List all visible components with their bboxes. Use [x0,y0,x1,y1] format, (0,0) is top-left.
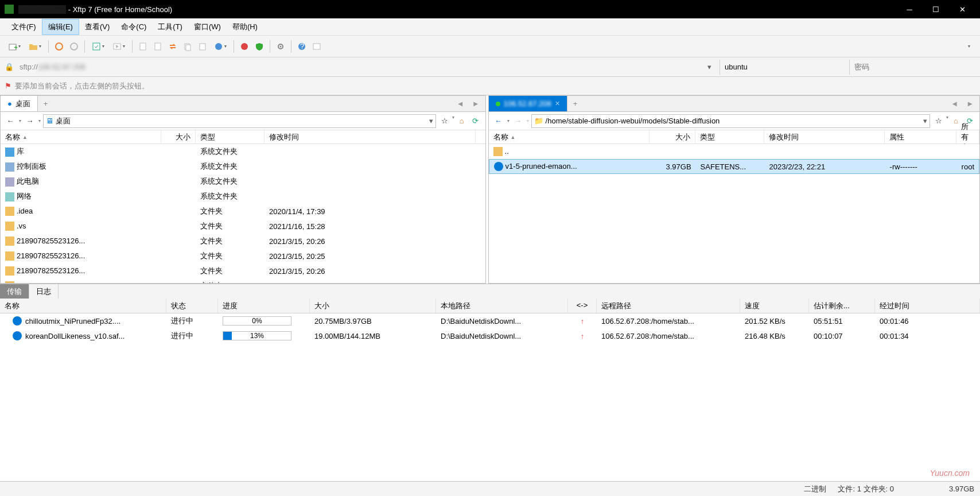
tcol-remote[interactable]: 远程路径 [597,299,740,313]
tcol-progress[interactable]: 进度 [218,299,310,313]
menu-edit[interactable]: 编辑(E) [42,19,79,35]
col-name[interactable]: 名称▲ [489,130,650,144]
toolbar: +▾ ▾ ▾ ▾ ▾ ? ▾ [0,36,980,57]
list-item[interactable]: 218907825523126... 文件夹 2021/3/15, 20:26 [1,264,485,278]
password-field[interactable] [849,60,975,75]
paste-icon[interactable] [196,40,209,53]
new-folder-icon[interactable] [151,40,165,53]
svg-text:+: + [14,43,17,51]
star-icon[interactable]: ☆ [932,115,945,127]
red-circle-icon[interactable] [238,40,251,53]
local-add-tab[interactable]: + [38,99,54,108]
local-path[interactable]: 🖥 桌面 ▾ [43,114,436,128]
col-type[interactable]: 类型 [196,130,265,144]
tab-prev[interactable]: ◄ [947,98,962,109]
list-item[interactable]: 此电脑 系统文件夹 [1,174,485,189]
menu-tools[interactable]: 工具(T) [152,20,188,34]
remote-add-tab[interactable]: + [567,99,584,108]
sync-button[interactable]: ▾ [88,40,108,53]
remote-path[interactable]: 📁 /home/stable-diffusion-webui/models/St… [531,114,930,128]
forward-button[interactable]: → [512,115,524,127]
open-button[interactable]: ▾ [25,40,45,53]
parent-dir[interactable]: .. [489,144,979,159]
close-button[interactable]: ✕ [949,0,975,18]
transfer-icon[interactable] [166,40,180,53]
tcol-elapsed[interactable]: 经过时间 [875,299,980,313]
transfer-row[interactable]: koreanDollLikeness_v10.saf... 进行中 13% 19… [0,328,980,343]
transfer-row[interactable]: chilloutmix_NiPrunedFp32.... 进行中 0% 20.7… [0,313,980,328]
tab-next[interactable]: ► [469,98,483,109]
remote-tab[interactable]: 106.52.67.208 ✕ [489,96,567,111]
minimize-button[interactable]: ─ [896,0,923,18]
col-size[interactable]: 大小 [161,130,196,144]
svg-point-2 [56,43,63,50]
address-dropdown[interactable]: ▾ [702,63,716,71]
back-button[interactable]: ← [4,115,17,127]
star-icon[interactable]: ☆ [438,115,451,127]
refresh-icon[interactable]: ⟳ [469,115,482,127]
remote-tabstrip: 106.52.67.208 ✕ + ◄► [489,96,979,112]
tab-log[interactable]: 日志 [29,284,59,299]
new-session-button[interactable]: +▾ [5,40,24,53]
col-size[interactable]: 大小 [650,130,695,144]
remote-file-list[interactable]: ..v1-5-pruned-emaon... 3.97GB SAFETENS..… [489,144,979,283]
list-item[interactable]: 库 系统文件夹 [1,144,485,159]
username-field[interactable] [720,60,846,75]
tcol-size[interactable]: 大小 [310,299,436,313]
list-item[interactable]: 218907825523126... 文件夹 2021/3/15, 20:25 [1,249,485,264]
copy-icon[interactable] [181,40,195,53]
back-button[interactable]: ← [492,115,505,127]
tcol-name[interactable]: 名称 [0,299,166,313]
tab-transfer[interactable]: 传输 [0,284,29,299]
local-tab[interactable]: ● 桌面 [1,96,38,111]
globe-icon[interactable]: ▾ [211,40,230,53]
list-item[interactable]: .vs 文件夹 2021/1/16, 15:28 [1,219,485,234]
transfer-list[interactable]: chilloutmix_NiPrunedFp32.... 进行中 0% 20.7… [0,313,980,481]
tcol-state[interactable]: 状态 [166,299,218,313]
col-name[interactable]: 名称▲ [1,130,161,144]
local-file-list[interactable]: 库 系统文件夹 控制面板 系统文件夹 此电脑 系统文件夹 网络 系统文件夹 .i… [1,144,485,283]
toolbar-overflow[interactable]: ▾ [962,40,975,53]
tcol-local[interactable]: 本地路径 [436,299,568,313]
tcol-dir[interactable]: <-> [568,299,597,313]
col-attr[interactable]: 属性 [885,130,956,144]
local-header: 名称▲ 大小 类型 修改时间 [1,130,485,144]
col-owner[interactable]: 所有者 [956,130,979,144]
tab-prev[interactable]: ◄ [453,98,468,109]
list-item[interactable]: 网络 系统文件夹 [1,189,485,204]
list-item[interactable]: 控制面板 系统文件夹 [1,159,485,174]
menu-command[interactable]: 命令(C) [115,20,152,34]
local-tabstrip: ● 桌面 + ◄► [1,96,485,112]
menu-help[interactable]: 帮助(H) [227,20,263,34]
menu-file[interactable]: 文件(F) [6,20,42,34]
address-url[interactable]: sftp://106.52.67.208 [17,60,699,73]
gear-icon[interactable] [274,40,287,53]
list-item[interactable]: 218907825523126... 文件夹 2021/3/15, 20:26 [1,234,485,249]
col-type[interactable]: 类型 [695,130,764,144]
dialog-icon[interactable] [310,40,324,53]
forward-button[interactable]: → [24,115,36,127]
tab-next[interactable]: ► [963,98,977,109]
menu-view[interactable]: 查看(V) [79,20,115,34]
home-icon[interactable]: ⌂ [456,115,468,127]
svg-text:?: ? [300,42,304,51]
col-modified[interactable]: 修改时间 [764,130,885,144]
green-shield-icon[interactable] [252,40,266,53]
new-file-icon[interactable] [136,40,150,53]
play-button[interactable]: ▾ [109,40,129,53]
desktop-icon: 🖥 [46,117,53,125]
tab-close-icon[interactable]: ✕ [555,100,560,107]
disconnect-icon[interactable] [67,40,81,53]
help-icon[interactable]: ? [295,40,309,53]
tcol-eta[interactable]: 估计剩余... [809,299,875,313]
list-item[interactable]: .idea 文件夹 2020/11/4, 17:39 [1,204,485,219]
reconnect-icon[interactable] [52,40,66,53]
tcol-speed[interactable]: 速度 [740,299,809,313]
col-modified[interactable]: 修改时间 [265,130,476,144]
status-files: 文件: 1 文件夹: 0 [838,484,894,494]
maximize-button[interactable]: ☐ [923,0,949,18]
menu-window[interactable]: 窗口(W) [188,20,227,34]
transfer-header: 名称 状态 进度 大小 本地路径 <-> 远程路径 速度 估计剩余... 经过时… [0,299,980,313]
list-item[interactable]: conch 文件夹 2020/1/8, 23:02 [1,278,485,283]
list-item[interactable]: v1-5-pruned-emaon... 3.97GB SAFETENS... … [489,159,979,174]
